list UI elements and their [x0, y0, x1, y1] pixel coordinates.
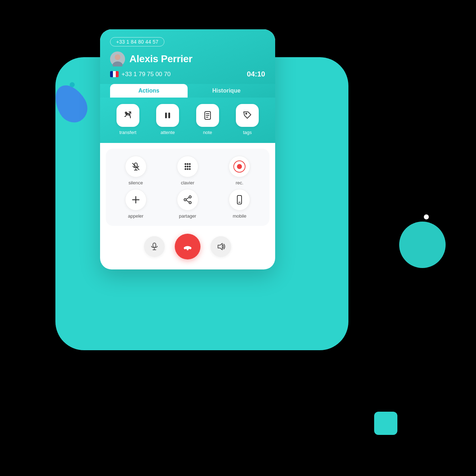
speaker-button[interactable] [210, 236, 231, 257]
svg-point-22 [187, 168, 188, 170]
svg-point-23 [189, 168, 190, 170]
action-item-transfert[interactable]: transfert [110, 104, 146, 135]
action-btn-tags[interactable] [236, 104, 259, 127]
action-label-attente: attente [160, 130, 175, 135]
tab-actions[interactable]: Actions [110, 84, 188, 98]
control-btn-appeler[interactable] [125, 189, 147, 210]
transfer-icon [123, 110, 133, 121]
mobile-icon [234, 195, 244, 205]
svg-point-26 [189, 196, 191, 198]
pause-icon [162, 110, 173, 121]
control-item-appeler[interactable]: appeler [111, 189, 160, 219]
svg-line-29 [186, 198, 189, 199]
svg-point-19 [187, 166, 188, 168]
record-icon-inner [237, 164, 242, 169]
speaker-icon [216, 242, 225, 251]
actions-section: transfert attente [100, 98, 275, 143]
controls-grid: silence [111, 156, 264, 219]
bottom-controls [100, 234, 275, 259]
note-icon [202, 110, 213, 121]
controls-section: silence [106, 149, 269, 226]
control-btn-partager[interactable] [177, 189, 198, 210]
svg-point-1 [115, 54, 120, 60]
control-label-silence: silence [128, 180, 143, 185]
tabs-row: Actions Historique [100, 84, 275, 98]
svg-point-17 [189, 163, 190, 165]
svg-point-28 [189, 202, 191, 204]
control-item-silence[interactable]: silence [111, 156, 160, 185]
action-btn-transfert[interactable] [116, 104, 139, 127]
svg-point-27 [184, 199, 186, 201]
svg-rect-33 [153, 243, 156, 247]
svg-point-15 [184, 163, 186, 165]
svg-rect-5 [168, 113, 170, 118]
record-icon [233, 160, 246, 173]
action-btn-attente[interactable] [156, 104, 179, 127]
deco-dot-right [424, 214, 429, 219]
action-label-tags: tags [243, 130, 252, 135]
control-label-partager: partager [179, 213, 196, 219]
action-label-transfert: transfert [119, 130, 137, 135]
deco-dot-small [70, 82, 75, 87]
mic-off-icon [131, 162, 141, 172]
scene: +33 1 84 80 44 57 Alexis Perrier [0, 0, 476, 476]
flag-fr [110, 71, 119, 77]
svg-line-30 [186, 200, 189, 202]
avatar [110, 51, 125, 66]
action-label-note: note [203, 130, 212, 135]
svg-point-10 [246, 113, 247, 115]
microphone-button[interactable] [144, 236, 165, 257]
caller-row: Alexis Perrier [110, 51, 265, 66]
control-item-partager[interactable]: partager [163, 189, 212, 219]
control-btn-clavier[interactable] [177, 156, 198, 177]
caller-phone: +33 1 79 75 00 70 [110, 71, 171, 78]
caller-name: Alexis Perrier [129, 53, 192, 65]
control-label-mobile: mobile [233, 213, 246, 219]
actions-grid: transfert attente [110, 104, 265, 135]
control-btn-rec[interactable] [229, 156, 250, 177]
deco-circle-right [399, 222, 446, 268]
deco-teal-square [374, 412, 397, 435]
call-timer: 04:10 [247, 70, 265, 78]
caller-info-row: +33 1 79 75 00 70 04:10 [110, 70, 265, 84]
control-item-clavier[interactable]: clavier [163, 156, 212, 185]
svg-point-21 [184, 168, 186, 170]
plus-icon [131, 195, 141, 205]
action-btn-note[interactable] [196, 104, 219, 127]
incoming-number-badge: +33 1 84 80 44 57 [110, 37, 164, 46]
control-label-rec: rec. [235, 180, 243, 185]
action-item-attente[interactable]: attente [150, 104, 186, 135]
mic-icon [150, 242, 159, 251]
end-call-button[interactable] [175, 234, 200, 259]
incoming-number-text: +33 1 84 80 44 57 [116, 39, 158, 45]
control-item-rec[interactable]: rec. [215, 156, 264, 185]
action-item-tags[interactable]: tags [230, 104, 266, 135]
control-label-appeler: appeler [128, 213, 143, 219]
caller-phone-number: +33 1 79 75 00 70 [122, 71, 171, 78]
svg-rect-31 [237, 195, 242, 204]
svg-point-20 [189, 166, 190, 168]
svg-rect-4 [165, 113, 167, 118]
svg-point-16 [187, 163, 188, 165]
action-item-note[interactable]: note [190, 104, 225, 135]
control-btn-mobile[interactable] [229, 189, 250, 210]
control-btn-silence[interactable] [125, 156, 147, 177]
avatar-svg [110, 51, 125, 66]
phone-header: +33 1 84 80 44 57 Alexis Perrier [100, 29, 275, 84]
control-label-clavier: clavier [181, 180, 194, 185]
svg-marker-36 [218, 243, 222, 250]
phone-end-icon [182, 241, 194, 253]
share-icon [183, 195, 193, 205]
phone-card: +33 1 84 80 44 57 Alexis Perrier [100, 29, 275, 269]
tab-historique[interactable]: Historique [188, 84, 265, 98]
control-item-mobile[interactable]: mobile [215, 189, 264, 219]
tag-icon [242, 110, 253, 121]
keypad-icon [183, 162, 193, 172]
svg-point-18 [184, 166, 186, 168]
